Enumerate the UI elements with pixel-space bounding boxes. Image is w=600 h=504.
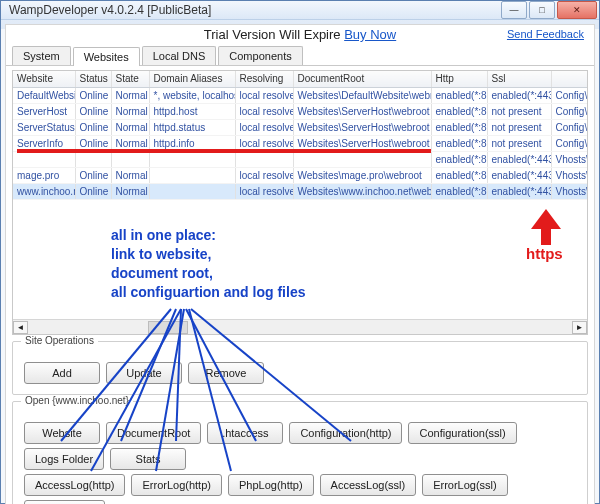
tabstrip: System Websites Local DNS Components	[6, 46, 594, 66]
close-button[interactable]: ✕	[557, 1, 597, 19]
table-cell	[75, 151, 111, 167]
col-documentroot[interactable]: DocumentRoot	[293, 71, 431, 87]
open-row1: Website DocumentRoot .htaccess Configura…	[21, 420, 579, 472]
table-cell: Websites\www.inchoo.net\webroo	[293, 183, 431, 199]
documentroot-button[interactable]: DocumentRoot	[106, 422, 201, 444]
table-cell: local resolve	[235, 87, 293, 103]
table-cell: Vhosts\	[551, 167, 587, 183]
table-cell: Config\	[551, 103, 587, 119]
table-cell: Normal	[111, 119, 149, 135]
table-cell: DefaultWebsite	[13, 87, 75, 103]
table-cell: Websites\DefaultWebsite\webroot	[293, 87, 431, 103]
phplog-http-button[interactable]: PhpLog(http)	[228, 474, 314, 496]
logs-folder-button[interactable]: Logs Folder	[24, 448, 104, 470]
col-ssl[interactable]: Ssl	[487, 71, 551, 87]
errorlog-ssl-button[interactable]: ErrorLog(ssl)	[422, 474, 508, 496]
table-cell: Config\	[551, 87, 587, 103]
titlebar: WampDeveloper v4.0.2.4 [PublicBeta] — □ …	[1, 1, 599, 20]
table-cell: enabled(*:443)	[487, 183, 551, 199]
scroll-right-icon[interactable]: ►	[572, 321, 587, 334]
table-row[interactable]: ServerHostOnlineNormalhttpd.hostlocal re…	[13, 103, 587, 119]
table-cell: Online	[75, 119, 111, 135]
table-cell: ServerHost	[13, 103, 75, 119]
table-cell: httpd.info	[149, 135, 235, 151]
table-cell: httpd.status	[149, 119, 235, 135]
table-cell: ServerInfo	[13, 135, 75, 151]
table-cell	[13, 151, 75, 167]
table-cell: Online	[75, 167, 111, 183]
update-button[interactable]: Update	[106, 362, 182, 384]
tab-components[interactable]: Components	[218, 46, 302, 65]
col-resolving[interactable]: Resolving	[235, 71, 293, 87]
site-operations-group: Site Operations Add Update Remove	[12, 341, 588, 395]
send-feedback-link[interactable]: Send Feedback	[507, 28, 584, 40]
phplog-ssl-button[interactable]: PhpLog(ssl)	[24, 500, 105, 504]
add-button[interactable]: Add	[24, 362, 100, 384]
htaccess-button[interactable]: .htaccess	[207, 422, 283, 444]
maximize-button[interactable]: □	[529, 1, 555, 19]
minimize-button[interactable]: —	[501, 1, 527, 19]
scroll-left-icon[interactable]: ◄	[13, 321, 28, 334]
table-cell: Online	[75, 135, 111, 151]
stats-button[interactable]: Stats	[110, 448, 186, 470]
table-cell: ServerStatus	[13, 119, 75, 135]
table-cell	[111, 151, 149, 167]
table-row[interactable]: ServerInfoOnlineNormalhttpd.infolocal re…	[13, 135, 587, 151]
table-cell: enabled(*:443)	[487, 167, 551, 183]
table-row[interactable]: enabled(*:80)enabled(*:443)Vhosts\	[13, 151, 587, 167]
errorlog-http-button[interactable]: ErrorLog(http)	[131, 474, 221, 496]
table-cell: Websites\mage.pro\webroot	[293, 167, 431, 183]
buy-now-link[interactable]: Buy Now	[344, 27, 396, 42]
remove-button[interactable]: Remove	[188, 362, 264, 384]
table-cell: enabled(*:80)	[431, 151, 487, 167]
table-cell: Normal	[111, 167, 149, 183]
open-group: Open {www.inchoo.net} Website DocumentRo…	[12, 401, 588, 504]
table-cell: Vhosts\	[551, 183, 587, 199]
tab-websites[interactable]: Websites	[73, 47, 140, 66]
table-cell: enabled(*:443)	[487, 87, 551, 103]
site-ops-legend: Site Operations	[21, 335, 98, 346]
table-row[interactable]: ServerStatusOnlineNormalhttpd.statusloca…	[13, 119, 587, 135]
scroll-track[interactable]	[28, 321, 572, 334]
table-cell	[293, 151, 431, 167]
col-http[interactable]: Http	[431, 71, 487, 87]
table-row[interactable]: DefaultWebsiteOnlineNormal*, website, lo…	[13, 87, 587, 103]
site-ops-buttons: Add Update Remove	[21, 360, 579, 386]
table-cell: enabled(*:80)	[431, 167, 487, 183]
config-ssl-button[interactable]: Configuration(ssl)	[408, 422, 516, 444]
table-cell: enabled(*:80)	[431, 119, 487, 135]
table-cell: Websites\ServerHost\webroot	[293, 135, 431, 151]
window-title: WampDeveloper v4.0.2.4 [PublicBeta]	[9, 3, 211, 17]
table-cell: Online	[75, 103, 111, 119]
table-row[interactable]: www.inchoo.netOnlineNormallocal resolveW…	[13, 183, 587, 199]
accesslog-http-button[interactable]: AccessLog(http)	[24, 474, 125, 496]
scroll-thumb[interactable]	[148, 321, 188, 334]
col-extra[interactable]	[551, 71, 587, 87]
table-row[interactable]: mage.proOnlineNormallocal resolveWebsite…	[13, 167, 587, 183]
open-row2: AccessLog(http) ErrorLog(http) PhpLog(ht…	[21, 472, 579, 504]
website-button[interactable]: Website	[24, 422, 100, 444]
table-header-row: Website Status State Domain Aliases Reso…	[13, 71, 587, 87]
accesslog-ssl-button[interactable]: AccessLog(ssl)	[320, 474, 417, 496]
col-state[interactable]: State	[111, 71, 149, 87]
col-status[interactable]: Status	[75, 71, 111, 87]
horizontal-scrollbar[interactable]: ◄ ►	[13, 319, 587, 334]
table-cell	[235, 151, 293, 167]
config-http-button[interactable]: Configuration(http)	[289, 422, 402, 444]
table-cell: Normal	[111, 135, 149, 151]
open-legend: Open {www.inchoo.net}	[21, 395, 133, 406]
table-cell: httpd.host	[149, 103, 235, 119]
table-cell: *, website, localhost	[149, 87, 235, 103]
col-website[interactable]: Website	[13, 71, 75, 87]
table-cell: local resolve	[235, 167, 293, 183]
table-cell: not present	[487, 103, 551, 119]
table-cell: enabled(*:80)	[431, 183, 487, 199]
tab-local-dns[interactable]: Local DNS	[142, 46, 217, 65]
websites-table[interactable]: Website Status State Domain Aliases Reso…	[13, 71, 588, 200]
table-cell	[149, 167, 235, 183]
table-cell: Websites\ServerHost\webroot	[293, 119, 431, 135]
table-cell: Normal	[111, 103, 149, 119]
table-cell: local resolve	[235, 119, 293, 135]
col-domain-aliases[interactable]: Domain Aliases	[149, 71, 235, 87]
tab-system[interactable]: System	[12, 46, 71, 65]
